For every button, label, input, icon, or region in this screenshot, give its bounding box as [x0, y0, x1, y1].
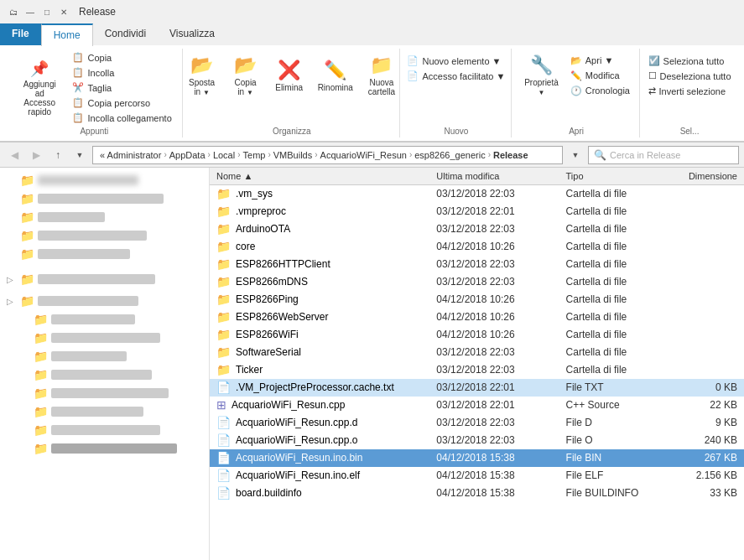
file-row-vmpreproc[interactable]: 📁 .vmpreproc 03/12/2018 22:01 Cartella d…	[210, 203, 744, 220]
btn-taglia[interactable]: ✂️ Taglia	[69, 80, 174, 95]
copy-in-icon: 📂	[234, 54, 257, 76]
address-dropdown[interactable]: ▼	[566, 146, 585, 164]
tab-visualizza[interactable]: Visualizza	[158, 23, 226, 45]
btn-accesso-facilitato[interactable]: 📄 Accesso facilitato ▼	[403, 69, 508, 83]
sidebar-item-13[interactable]: 📁	[0, 402, 209, 421]
breadcrumb-admin[interactable]: « Administrator	[98, 150, 163, 160]
file-row-ticker[interactable]: 📁 Ticker 03/12/2018 22:03 Cartella di fi…	[210, 361, 744, 379]
breadcrumb-temp[interactable]: Temp	[242, 150, 268, 160]
breadcrumb-appdata[interactable]: AppData	[168, 150, 207, 160]
btn-incolla[interactable]: 📋 Incolla	[69, 65, 174, 80]
btn-nuova-cartella[interactable]: 📁 Nuovacartella	[362, 50, 402, 101]
btn-nuovo-elemento[interactable]: 📄 Nuovo elemento ▼	[403, 54, 508, 68]
tab-condividi[interactable]: Condividi	[93, 23, 158, 45]
sidebar-item-3[interactable]: 📁	[0, 208, 209, 226]
file-row-vm-cache[interactable]: 📄 .VM_ProjectPreProcessor.cache.txt 03/1…	[210, 379, 744, 397]
appunti-buttons: 📌 Aggiungi adAccesso rapido 📋 Copia 📋 In…	[13, 50, 175, 125]
tab-file[interactable]: File	[0, 23, 41, 45]
file-row-softwareserial[interactable]: 📁 SoftwareSerial 03/12/2018 22:03 Cartel…	[210, 344, 744, 361]
file-row-arduinoota[interactable]: 📁 ArduinoOTA 03/12/2018 22:03 Cartella d…	[210, 220, 744, 238]
btn-nuovo-elemento-label: Nuovo elemento ▼	[422, 56, 501, 66]
minimize-icon[interactable]: —	[23, 5, 37, 18]
cut-icon: ✂️	[72, 82, 84, 93]
file-row-esp8266webserver[interactable]: 📁 ESP8266WebServer 04/12/2018 10:26 Cart…	[210, 309, 744, 326]
file-row-core[interactable]: 📁 core 04/12/2018 10:26 Cartella di file	[210, 238, 744, 256]
file-row-elf[interactable]: 📄 AcquarioWiFi_Resun.ino.elf 04/12/2018 …	[210, 467, 744, 485]
file-list-header: Nome ▲ Ultima modifica Tipo Dimensione	[210, 168, 744, 185]
btn-apri[interactable]: 📂 Apri ▼	[567, 54, 633, 68]
sidebar-item-7[interactable]: ▷ 📁	[0, 292, 209, 310]
btn-inverti[interactable]: ⇄ Inverti selezione	[645, 84, 735, 98]
tab-home[interactable]: Home	[41, 23, 93, 46]
folder-icon-9: 📁	[34, 331, 48, 345]
file-row-cppo[interactable]: 📄 AcquarioWiFi_Resun.cpp.o 03/12/2018 22…	[210, 432, 744, 449]
btn-incolla-collegamento-label: Incolla collegamento	[87, 113, 171, 123]
sidebar-item-12[interactable]: 📁	[0, 384, 209, 402]
sidebar-item-4[interactable]: 📁	[0, 226, 209, 245]
sidebar-item-11[interactable]: 📁	[0, 366, 209, 384]
sidebar-item-5[interactable]: 📁	[0, 245, 209, 263]
btn-modifica-label: Modifica	[585, 70, 620, 80]
file-row-esp8266wifi[interactable]: 📁 ESP8266WiFi 04/12/2018 10:26 Cartella …	[210, 326, 744, 344]
btn-rinomina[interactable]: ✏️ Rinomina	[313, 50, 358, 101]
history-icon: 🕐	[570, 86, 582, 96]
back-button[interactable]: ◀	[5, 146, 23, 164]
maximize-icon[interactable]: □	[40, 5, 54, 18]
sidebar-item-1[interactable]: 📁	[0, 171, 209, 189]
rename-icon: ✏️	[324, 60, 346, 81]
header-modified[interactable]: Ultima modifica	[436, 171, 565, 181]
main-area: 📁 📁 📁 📁 📁	[0, 168, 744, 560]
file-name-vm-sys: 📁 .vm_sys	[210, 187, 436, 200]
header-name[interactable]: Nome ▲	[210, 171, 436, 181]
forward-button[interactable]: ▶	[27, 146, 45, 164]
search-box[interactable]: 🔍 Cerca in Release	[588, 146, 739, 164]
btn-aggiungi-accesso-rapido[interactable]: 📌 Aggiungi adAccesso rapido	[13, 63, 65, 113]
file-row-buildinfo[interactable]: 📄 board.buildinfo 04/12/2018 15:38 File …	[210, 485, 744, 502]
btn-seleziona[interactable]: ☑️ Seleziona tutto	[645, 54, 735, 68]
btn-cronologia[interactable]: 🕐 Cronologia	[567, 84, 633, 98]
btn-copia-in[interactable]: 📂 Copiain ▼	[226, 50, 266, 101]
btn-elimina[interactable]: ❌ Elimina	[269, 50, 310, 101]
folder-icon-ticker: 📁	[216, 363, 231, 376]
properties-icon: 🔧	[530, 54, 553, 76]
sidebar-item-6[interactable]: ▷ 📁	[0, 270, 209, 288]
up-button[interactable]: ↑	[49, 146, 67, 164]
btn-proprieta[interactable]: 🔧 Proprietà ▼	[519, 50, 564, 101]
breadcrumb: « Administrator › AppData › Local › Temp…	[98, 150, 530, 160]
sidebar-item-8[interactable]: 📁	[0, 310, 209, 329]
header-type[interactable]: Tipo	[566, 171, 663, 181]
recent-button[interactable]: ▼	[70, 146, 89, 164]
address-breadcrumb-bar[interactable]: « Administrator › AppData › Local › Temp…	[92, 146, 563, 164]
sidebar-item-15[interactable]: 📁	[0, 439, 209, 458]
sidebar-item-10[interactable]: 📁	[0, 347, 209, 366]
btn-incolla-collegamento[interactable]: 📋 Incolla collegamento	[69, 111, 174, 125]
sidebar-item-9[interactable]: 📁	[0, 329, 209, 347]
btn-modifica[interactable]: ✏️ Modifica	[567, 69, 633, 83]
file-row-esp8266mdns[interactable]: 📁 ESP8266mDNS 03/12/2018 22:03 Cartella …	[210, 273, 744, 291]
btn-copia[interactable]: 📋 Copia	[69, 50, 174, 65]
breadcrumb-release[interactable]: Release	[492, 150, 530, 160]
btn-deseleziona[interactable]: ☐ Deseleziona tutto	[645, 69, 735, 83]
sel-label: Sel...	[680, 125, 700, 136]
file-row-cppd[interactable]: 📄 AcquarioWiFi_Resun.cpp.d 03/12/2018 22…	[210, 414, 744, 432]
file-row-esp8266ping[interactable]: 📁 ESP8266Ping 04/12/2018 10:26 Cartella …	[210, 291, 744, 309]
btn-copia-percorso[interactable]: 📋 Copia percorso	[69, 96, 174, 110]
sidebar-item-14[interactable]: 📁	[0, 421, 209, 439]
sidebar-label-6	[38, 274, 155, 284]
close-icon[interactable]: ✕	[57, 5, 70, 18]
sidebar-label-11	[51, 370, 152, 380]
breadcrumb-vmbuilds[interactable]: VMBuilds	[272, 150, 314, 160]
file-row-esp8266httpclient[interactable]: 📁 ESP8266HTTPClient 03/12/2018 22:03 Car…	[210, 256, 744, 273]
file-row-vm-sys[interactable]: 📁 .vm_sys 03/12/2018 22:03 Cartella di f…	[210, 185, 744, 203]
btn-sposta-in[interactable]: 📂 Spostain ▼	[182, 50, 222, 101]
breadcrumb-acquario[interactable]: AcquarioWiFi_Resun	[319, 150, 408, 160]
file-row-cpp[interactable]: ⊞ AcquarioWiFi_Resun.cpp 03/12/2018 22:0…	[210, 397, 744, 414]
file-name-vmpreproc: 📁 .vmpreproc	[210, 205, 436, 218]
header-size[interactable]: Dimensione	[663, 171, 744, 181]
breadcrumb-local[interactable]: Local	[211, 150, 237, 160]
breadcrumb-esp[interactable]: esp8266_generic	[413, 150, 486, 160]
sidebar-item-2[interactable]: 📁	[0, 189, 209, 208]
file-row-bin[interactable]: 📄 AcquarioWiFi_Resun.ino.bin 04/12/2018 …	[210, 449, 744, 467]
folder-icon-6: 📁	[20, 272, 34, 286]
btn-seleziona-label: Seleziona tutto	[663, 56, 725, 66]
